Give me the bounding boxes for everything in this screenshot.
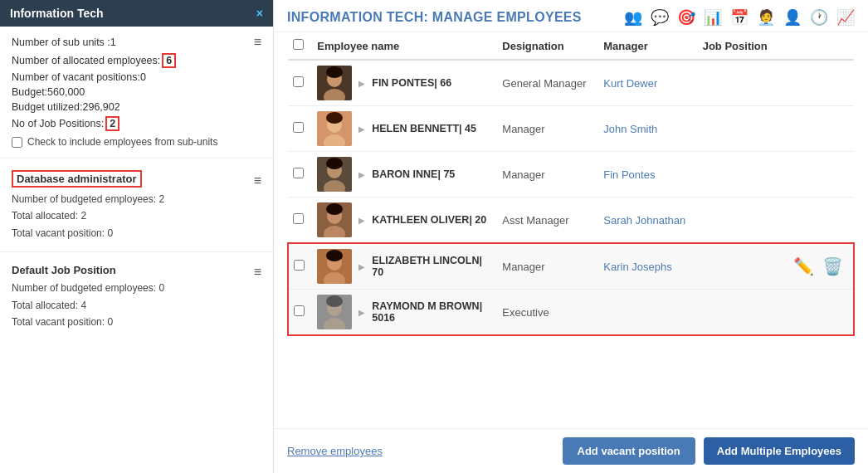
row-checkbox[interactable]: [293, 168, 304, 178]
include-subunits-checkbox[interactable]: [12, 137, 22, 148]
edit-icon[interactable]: ✏️: [793, 256, 814, 276]
vacant-row: Number of vacant positions: 0: [12, 71, 261, 83]
employee-cell: ▶ BARON INNE| 75: [317, 157, 492, 192]
default-job-details: Number of budgeted employees: 0 Total al…: [12, 280, 261, 330]
employees-table: Employee name Designation Manager Job Po…: [287, 32, 855, 336]
employee-name: RAYMOND M BROWN| 5016: [372, 300, 492, 324]
employee-name: BARON INNE| 75: [372, 168, 455, 180]
include-subunits-row[interactable]: Check to include employees from sub-unit…: [12, 136, 261, 148]
chart-bar-icon[interactable]: 📊: [704, 8, 722, 27]
header-checkbox-col: [288, 32, 312, 60]
job-position-cell: [698, 243, 789, 290]
designation-cell: Manager: [497, 152, 598, 197]
avatar: [317, 202, 352, 237]
employee-cell: ▶ RAYMOND M BROWN| 5016: [317, 295, 492, 329]
manager-link[interactable]: Karin Josephs: [603, 261, 671, 273]
job-position-cell: [698, 290, 789, 336]
table-row[interactable]: ▶ RAYMOND M BROWN| 5016 Executive: [288, 290, 854, 336]
sub-units-row: Number of sub units : 1 ≡: [12, 35, 261, 50]
pie-chart-icon[interactable]: 📈: [836, 8, 855, 27]
table-row[interactable]: ▶ FIN PONTES| 66 General ManagerKurt Dew…: [288, 60, 854, 106]
employee-cell: ▶ FIN PONTES| 66: [317, 66, 492, 100]
table-row[interactable]: ▶ BARON INNE| 75 ManagerFin Pontes: [288, 152, 854, 197]
allocated-value: 6: [162, 53, 176, 68]
delete-icon[interactable]: 🗑️: [822, 256, 843, 276]
select-all-checkbox[interactable]: [293, 39, 304, 50]
action-cell: [788, 152, 854, 197]
clock-icon[interactable]: 🕐: [810, 8, 828, 27]
row-checkbox[interactable]: [294, 260, 305, 271]
add-vacant-position-button[interactable]: Add vacant position: [563, 437, 695, 465]
sub-units-menu-icon[interactable]: ≡: [254, 35, 261, 50]
avatar: [317, 66, 352, 100]
manager-cell[interactable]: Karin Josephs: [598, 243, 697, 290]
table-row[interactable]: ▶ HELEN BENNETT| 45 ManagerJohn Smith: [288, 106, 854, 152]
row-checkbox[interactable]: [293, 122, 304, 133]
avatar: [317, 295, 352, 329]
header-employee-name: Employee name: [312, 32, 497, 60]
manager-cell[interactable]: Fin Pontes: [598, 152, 697, 197]
manager-cell[interactable]: John Smith: [598, 106, 697, 152]
row-checkbox[interactable]: [293, 76, 304, 87]
action-cell: [788, 197, 854, 244]
employee-name: KATHLEEN OLIVER| 20: [372, 214, 486, 226]
row-checkbox[interactable]: [293, 213, 304, 224]
job-position-cell: [698, 197, 789, 244]
db-admin-section: Database administrator ≡ Number of budge…: [0, 163, 273, 246]
manager-link[interactable]: Kurt Dewer: [603, 77, 657, 90]
svg-point-22: [326, 295, 343, 307]
calendar-icon[interactable]: 📅: [730, 8, 749, 27]
employee-name: ELIZABETH LINCOLN| 70: [372, 255, 492, 278]
action-cell: [788, 60, 854, 106]
table-row[interactable]: ▶ ELIZABETH LINCOLN| 70 ManagerKarin Jos…: [288, 243, 854, 290]
table-row[interactable]: ▶ KATHLEEN OLIVER| 20 Asst ManagerSarah …: [288, 197, 854, 244]
header-actions: [788, 32, 854, 60]
employee-name: FIN PONTES| 66: [372, 77, 451, 89]
designation-cell: Asst Manager: [497, 197, 598, 244]
svg-point-10: [326, 158, 343, 169]
avatar: [317, 157, 352, 192]
header-job-position: Job Position: [698, 32, 789, 60]
manager-link[interactable]: Fin Pontes: [603, 168, 655, 181]
header-icons: 👥 💬 🎯 📊 📅 🧑‍💼 👤 🕐 📈: [624, 8, 855, 27]
svg-point-2: [326, 66, 343, 78]
manager-cell[interactable]: [598, 290, 697, 336]
manager-link[interactable]: John Smith: [603, 123, 657, 135]
arrow-right-icon: ▶: [358, 170, 365, 179]
people-icon[interactable]: 👥: [624, 8, 642, 27]
db-admin-menu-icon[interactable]: ≡: [254, 173, 261, 188]
default-job-section: Default Job Position ≡ Number of budgete…: [0, 257, 273, 335]
employees-table-container: Employee name Designation Manager Job Po…: [274, 32, 868, 428]
db-admin-details: Number of budgeted employees: 2 Total al…: [12, 191, 261, 241]
footer-buttons: Add vacant position Add Multiple Employe…: [563, 437, 855, 465]
target-icon[interactable]: 🎯: [677, 8, 695, 27]
person-add-icon[interactable]: 👤: [783, 8, 802, 27]
avatar: [317, 111, 352, 146]
sidebar-title: Information Tech: [10, 7, 104, 20]
main-footer: Remove employees Add vacant position Add…: [274, 428, 868, 473]
job-positions-row: No of Job Positions: 2: [12, 116, 261, 131]
manager-cell[interactable]: Kurt Dewer: [598, 60, 697, 106]
job-positions-value: 2: [105, 116, 119, 131]
remove-employees-link[interactable]: Remove employees: [287, 445, 383, 457]
add-multiple-employees-button[interactable]: Add Multiple Employees: [704, 437, 855, 465]
manager-cell[interactable]: Sarah Johnathan: [598, 197, 697, 244]
designation-cell: Manager: [497, 243, 598, 290]
main-header: INFORMATION TECH: MANAGE EMPLOYEES 👥 💬 🎯…: [274, 0, 868, 32]
manager-link[interactable]: Sarah Johnathan: [603, 214, 685, 227]
default-job-title: Default Job Position: [12, 264, 116, 276]
svg-point-6: [326, 112, 343, 124]
sidebar-header: Information Tech ×: [0, 0, 273, 27]
table-header-row: Employee name Designation Manager Job Po…: [288, 32, 854, 60]
job-position-cell: [698, 152, 789, 197]
row-checkbox[interactable]: [294, 305, 305, 316]
header-manager: Manager: [598, 32, 697, 60]
designation-cell: Executive: [497, 290, 598, 336]
person-upload-icon[interactable]: 🧑‍💼: [757, 8, 775, 27]
svg-point-14: [326, 203, 343, 215]
default-job-menu-icon[interactable]: ≡: [254, 265, 261, 280]
job-position-cell: [698, 106, 789, 152]
sidebar-close-button[interactable]: ×: [256, 7, 263, 20]
chat-icon[interactable]: 💬: [651, 8, 669, 27]
employee-cell: ▶ KATHLEEN OLIVER| 20: [317, 202, 492, 237]
